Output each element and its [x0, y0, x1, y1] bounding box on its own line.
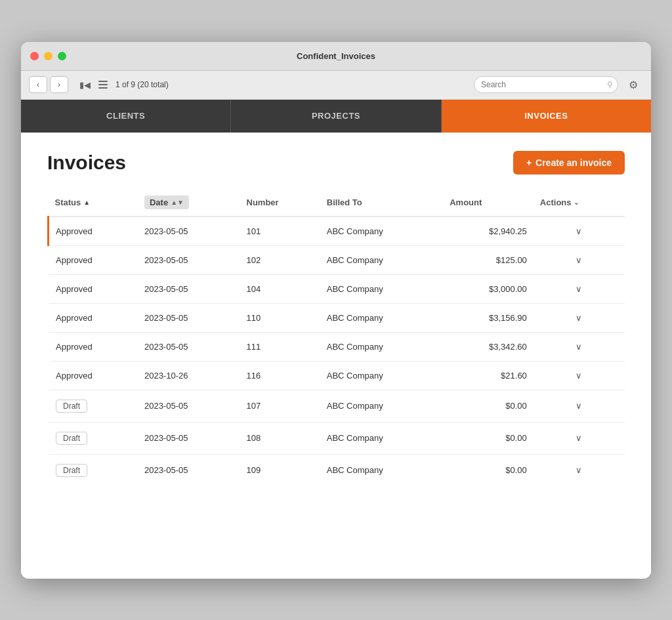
amount-cell: $3,000.00	[443, 274, 534, 303]
actions-cell: ∨	[534, 390, 625, 422]
back-button[interactable]: ‹	[29, 76, 47, 93]
number-cell: 116	[240, 361, 320, 390]
status-cell: Approved	[49, 274, 138, 303]
date-cell: 2023-05-05	[138, 274, 240, 303]
actions-cell: ∨	[534, 361, 625, 390]
actions-cell: ∨	[534, 274, 625, 303]
date-cell: 2023-05-05	[138, 217, 240, 246]
billed-to-cell: ABC Company	[320, 245, 443, 274]
table-row: Approved2023-05-05101ABC Company$2,940.2…	[49, 217, 625, 246]
col-actions[interactable]: Actions ⌄	[534, 190, 625, 217]
status-cell: Draft	[49, 422, 138, 454]
status-cell: Approved	[49, 361, 138, 390]
status-cell: Draft	[49, 454, 138, 486]
number-cell: 110	[240, 303, 320, 332]
search-input[interactable]	[474, 76, 618, 93]
actions-cell: ∨	[534, 303, 625, 332]
toolbar: ‹ › ▮◀ 1 of 9 (20 total) ⚲ ⚙	[21, 71, 651, 100]
minimize-button[interactable]	[44, 52, 52, 60]
actions-cell: ∨	[534, 422, 625, 454]
billed-to-cell: ABC Company	[320, 217, 443, 246]
skip-to-start-button[interactable]: ▮◀	[77, 77, 92, 92]
content-header: Invoices + Create an invoice	[47, 151, 625, 175]
col-billed-to: Billed To	[320, 190, 443, 217]
settings-button[interactable]: ⚙	[623, 75, 643, 94]
actions-sort-icon: ⌄	[574, 199, 579, 206]
window-controls	[30, 52, 66, 60]
amount-cell: $3,156.90	[443, 303, 534, 332]
row-expand-button[interactable]: ∨	[576, 401, 582, 411]
row-expand-button[interactable]: ∨	[576, 226, 582, 236]
close-button[interactable]	[30, 52, 39, 60]
date-cell: 2023-05-05	[138, 454, 240, 486]
svg-rect-1	[98, 84, 108, 85]
amount-cell: $0.00	[443, 454, 534, 486]
number-cell: 109	[240, 454, 320, 486]
date-cell: 2023-05-05	[138, 422, 240, 454]
status-cell: Approved	[49, 217, 138, 246]
table-row: Draft2023-05-05107ABC Company$0.00∨	[49, 390, 625, 422]
number-cell: 101	[240, 217, 320, 246]
window-title: Confident_Invoices	[297, 51, 375, 61]
date-cell: 2023-05-05	[138, 332, 240, 361]
billed-to-cell: ABC Company	[320, 303, 443, 332]
col-date[interactable]: Date ▲▼	[138, 190, 240, 217]
table-row: Draft2023-05-05108ABC Company$0.00∨	[49, 422, 625, 454]
amount-cell: $2,940.25	[443, 217, 534, 246]
row-expand-button[interactable]: ∨	[576, 255, 582, 265]
row-expand-button[interactable]: ∨	[576, 284, 582, 294]
nav-arrows: ‹ ›	[29, 76, 68, 93]
number-cell: 104	[240, 274, 320, 303]
status-cell: Approved	[49, 245, 138, 274]
amount-cell: $125.00	[443, 245, 534, 274]
number-cell: 107	[240, 390, 320, 422]
amount-cell: $21.60	[443, 361, 534, 390]
maximize-button[interactable]	[58, 52, 66, 60]
list-view-button[interactable]	[96, 77, 110, 92]
main-content: Invoices + Create an invoice Status ▲	[21, 133, 651, 579]
search-wrap: ⚲	[474, 76, 618, 93]
number-cell: 102	[240, 245, 320, 274]
number-cell: 108	[240, 422, 320, 454]
table-row: Approved2023-05-05111ABC Company$3,342.6…	[49, 332, 625, 361]
actions-cell: ∨	[534, 245, 625, 274]
date-cell: 2023-05-05	[138, 390, 240, 422]
tab-invoices[interactable]: INVOICES	[442, 100, 651, 133]
app-window: Confident_Invoices ‹ › ▮◀ 1 of 9 (20 tot…	[21, 42, 651, 579]
status-cell: Draft	[49, 390, 138, 422]
status-badge: Draft	[56, 400, 87, 413]
date-cell: 2023-05-05	[138, 303, 240, 332]
table-header-row: Status ▲ Date ▲▼ Number Bille	[49, 190, 625, 217]
billed-to-cell: ABC Company	[320, 274, 443, 303]
titlebar: Confident_Invoices	[21, 42, 651, 71]
row-expand-button[interactable]: ∨	[576, 371, 582, 381]
pagination-info: 1 of 9 (20 total)	[116, 80, 169, 89]
row-expand-button[interactable]: ∨	[576, 313, 582, 323]
table-row: Approved2023-05-05102ABC Company$125.00∨	[49, 245, 625, 274]
table-row: Approved2023-05-05110ABC Company$3,156.9…	[49, 303, 625, 332]
row-expand-button[interactable]: ∨	[576, 342, 582, 352]
toolbar-extra-controls: ▮◀	[77, 77, 110, 92]
actions-cell: ∨	[534, 217, 625, 246]
billed-to-cell: ABC Company	[320, 361, 443, 390]
plus-icon: +	[526, 157, 532, 168]
invoice-table: Status ▲ Date ▲▼ Number Bille	[47, 190, 625, 486]
row-expand-button[interactable]: ∨	[576, 465, 582, 475]
forward-button[interactable]: ›	[50, 76, 68, 93]
svg-rect-0	[98, 81, 108, 82]
col-status[interactable]: Status ▲	[49, 190, 138, 217]
sort-asc-icon: ▲	[83, 199, 90, 206]
date-cell: 2023-10-26	[138, 361, 240, 390]
status-cell: Approved	[49, 303, 138, 332]
actions-cell: ∨	[534, 454, 625, 486]
table-row: Approved2023-05-05104ABC Company$3,000.0…	[49, 274, 625, 303]
status-badge: Draft	[56, 432, 87, 445]
tab-projects[interactable]: PROJECTS	[231, 100, 441, 133]
amount-cell: $0.00	[443, 390, 534, 422]
row-expand-button[interactable]: ∨	[576, 433, 582, 443]
create-invoice-button[interactable]: + Create an invoice	[513, 151, 625, 175]
status-cell: Approved	[49, 332, 138, 361]
table-row: Approved2023-10-26116ABC Company$21.60∨	[49, 361, 625, 390]
billed-to-cell: ABC Company	[320, 390, 443, 422]
tab-clients[interactable]: CLIENTS	[21, 100, 231, 133]
